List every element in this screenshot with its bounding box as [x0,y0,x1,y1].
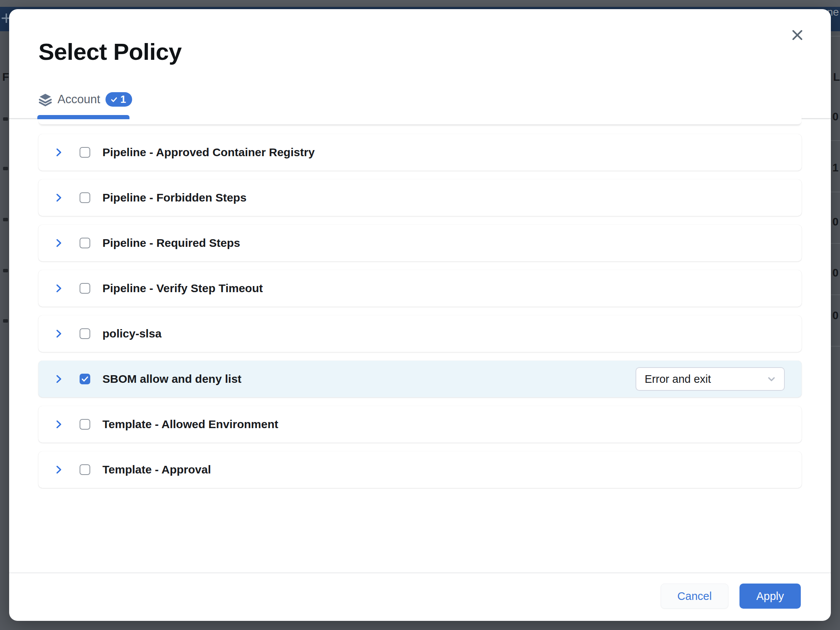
policy-row[interactable]: Pipeline - Required Steps [38,225,802,261]
expand-chevron-icon[interactable] [54,193,64,203]
background-row-fragment [3,269,8,272]
apply-button[interactable]: Apply [739,584,801,609]
background-count-fragment: 0 [832,309,838,322]
policy-row[interactable]: Pipeline - Forbidden Steps [38,179,802,216]
close-button[interactable] [787,25,807,45]
policy-label: Pipeline - Forbidden Steps [102,191,246,204]
policy-label: Pipeline - Verify Step Timeout [102,282,263,295]
policy-row[interactable]: Pipeline - Verify Step Timeout [38,270,802,307]
active-tab-indicator [37,115,129,119]
policy-label: policy-slsa [102,327,161,340]
policy-row[interactable]: Template - Allowed Environment [38,406,802,443]
chevron-down-icon [767,374,776,384]
policy-checkbox[interactable] [80,374,90,384]
background-topbar [0,0,840,7]
dialog-title: Select Policy [38,38,182,65]
background-row-fragment [3,218,8,221]
background-row-fragment [3,117,8,121]
background-count-fragment: 0 [832,110,838,123]
background-row-divider [831,294,840,295]
background-row-divider [831,36,840,37]
policy-checkbox[interactable] [80,328,90,339]
close-icon [790,28,805,42]
background-row-fragment [3,319,8,323]
tab-account[interactable]: Account 1 [38,91,132,108]
policy-action-value: Error and exit [645,373,711,385]
background-count-fragment: 0 [832,216,838,228]
policy-label: Pipeline - Approved Container Registry [102,146,315,159]
background-row-divider [831,192,840,192]
expand-chevron-icon[interactable] [54,147,64,157]
cancel-button[interactable]: Cancel [661,584,728,609]
expand-chevron-icon[interactable] [54,374,64,384]
expand-chevron-icon[interactable] [54,419,64,429]
policy-checkbox[interactable] [80,238,90,248]
policy-label: Template - Allowed Environment [102,418,278,431]
layers-icon [38,93,52,106]
policy-list: Pipeline - Approved Container Registry P… [38,134,802,488]
check-icon [110,96,118,103]
background-row-divider [831,346,840,347]
policy-row[interactable]: policy-slsa [38,315,802,352]
background-header-fragment-left: F [2,71,9,83]
background-row-fragment [3,167,8,170]
select-policy-dialog: Select Policy Account 1 [9,9,831,621]
policy-label: Template - Approval [102,463,211,476]
background-count-fragment: 1 [832,161,838,174]
policy-label: Pipeline - Required Steps [102,237,240,249]
policy-row[interactable]: SBOM allow and deny list Error and exit [38,361,802,397]
background-row-divider [831,243,840,244]
background-count-fragment: 0 [832,267,838,279]
background-header-fragment-right: L [833,71,840,83]
selected-count: 1 [120,94,126,106]
policy-label: SBOM allow and deny list [102,373,241,385]
expand-chevron-icon[interactable] [54,238,64,248]
expand-chevron-icon[interactable] [54,329,64,339]
policy-row[interactable]: Template - Approval [38,451,802,488]
selected-count-badge: 1 [105,92,132,107]
policy-checkbox[interactable] [80,464,90,475]
expand-chevron-icon[interactable] [54,465,64,475]
policy-row[interactable]: Pipeline - Approved Container Registry [38,134,802,171]
policy-checkbox[interactable] [80,283,90,294]
policy-checkbox[interactable] [80,419,90,430]
policy-checkbox[interactable] [80,192,90,203]
policy-checkbox[interactable] [80,147,90,158]
policy-action-dropdown[interactable]: Error and exit [636,367,785,391]
background-row-divider [831,140,840,141]
expand-chevron-icon[interactable] [54,283,64,293]
scrolled-policy-row-edge [38,113,802,125]
tab-account-label: Account [57,93,100,106]
footer-divider [9,572,831,573]
